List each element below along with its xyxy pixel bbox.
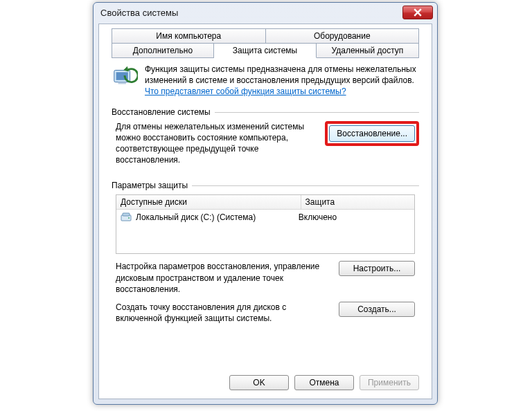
close-button[interactable] [402, 6, 433, 19]
titlebar[interactable]: Свойства системы [94, 3, 437, 22]
tab-remote[interactable]: Удаленный доступ [317, 43, 419, 58]
system-properties-window: Свойства системы Имя компьютера Оборудов… [93, 2, 438, 405]
create-row: Создать точку восстановления для дисков … [112, 295, 419, 324]
system-restore-icon [112, 64, 138, 90]
system-restore-button[interactable]: Восстановление... [329, 125, 415, 142]
intro-block: Функция защиты системы предназначена для… [112, 64, 419, 98]
ok-button[interactable]: OK [229, 375, 289, 390]
intro-text-body: Функция защиты системы предназначена для… [145, 64, 416, 85]
window-title: Свойства системы [100, 8, 402, 18]
table-header: Доступные диски Защита [116, 195, 414, 210]
divider [215, 112, 419, 113]
disks-table: Доступные диски Защита Локальный диск (C… [116, 194, 415, 254]
disk-name: Локальный диск (C:) (Система) [136, 212, 256, 222]
apply-button[interactable]: Применить [360, 375, 419, 390]
table-row[interactable]: Локальный диск (C:) (Система) Включено [116, 210, 414, 225]
configure-button[interactable]: Настроить... [339, 261, 415, 276]
close-icon [414, 8, 422, 17]
restore-row: Для отмены нежелательных изменений систе… [112, 121, 419, 166]
tab-content: Функция защиты системы предназначена для… [99, 58, 432, 324]
create-text: Создать точку восстановления для дисков … [116, 302, 330, 324]
cancel-button[interactable]: Отмена [294, 375, 354, 390]
svg-rect-4 [123, 213, 130, 216]
group-restore: Восстановление системы [112, 107, 419, 117]
divider [192, 185, 419, 186]
header-protection[interactable]: Защита [301, 195, 414, 209]
disk-protection: Включено [299, 212, 337, 222]
intro-text: Функция защиты системы предназначена для… [145, 64, 419, 98]
tab-hardware[interactable]: Оборудование [266, 28, 420, 44]
group-params: Параметры защиты [112, 181, 419, 190]
tabs: Имя компьютера Оборудование Дополнительн… [112, 28, 419, 58]
tab-advanced[interactable]: Дополнительно [112, 43, 214, 58]
create-restore-point-button[interactable]: Создать... [339, 302, 415, 317]
tab-system-protection[interactable]: Защита системы [214, 43, 317, 58]
restore-description: Для отмены нежелательных изменений систе… [116, 121, 317, 166]
configure-row: Настройка параметров восстановления, упр… [112, 254, 419, 295]
dialog-buttons: OK Отмена Применить [229, 375, 419, 390]
disk-icon [121, 212, 132, 222]
header-disks[interactable]: Доступные диски [116, 195, 301, 209]
intro-help-link[interactable]: Что представляет собой функция защиты си… [145, 86, 346, 96]
restore-button-highlight: Восстановление... [325, 121, 419, 146]
svg-point-5 [128, 217, 130, 219]
svg-rect-2 [118, 82, 126, 84]
group-params-label: Параметры защиты [112, 181, 188, 190]
dialog-body: Имя компьютера Оборудование Дополнительн… [98, 24, 432, 399]
configure-text: Настройка параметров восстановления, упр… [116, 261, 330, 295]
group-restore-label: Восстановление системы [112, 107, 211, 117]
tab-computer-name[interactable]: Имя компьютера [112, 28, 266, 44]
